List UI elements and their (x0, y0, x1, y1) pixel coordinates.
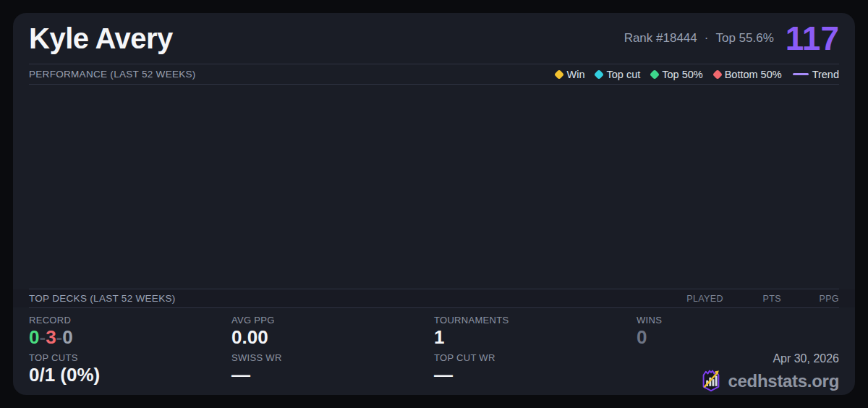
avg-ppg-value: 0.00 (231, 326, 434, 349)
record-wins: 0 (29, 326, 39, 348)
legend-item-bottom-50: Bottom 50% (714, 69, 782, 80)
performance-chart (13, 85, 855, 289)
legend-label: Bottom 50% (725, 69, 782, 80)
column-header-played: PLAYED (665, 294, 723, 304)
performance-section-title: PERFORMANCE (LAST 52 WEEKS) (29, 69, 196, 80)
legend-item-win: Win (556, 69, 584, 80)
legend-item-trend: Trend (793, 69, 839, 80)
brand[interactable]: cedhstats.org (637, 367, 839, 395)
record-draws: 0 (62, 326, 72, 348)
top-cut-wr-value: — (434, 364, 637, 386)
legend-label: Win (566, 69, 584, 80)
avg-ppg-label: AVG PPG (231, 315, 434, 326)
tournaments-value: 1 (434, 326, 637, 349)
record-losses: 3 (46, 326, 56, 348)
swiss-wr-label: SWISS WR (231, 352, 434, 364)
column-header-ppg: PPG (781, 294, 839, 304)
top-cuts-label: TOP CUTS (29, 352, 231, 364)
stats-grid: RECORD 0-3-0 TOP CUTS 0/1 (0%) AVG PPG 0… (13, 308, 855, 395)
brand-name[interactable]: cedhstats.org (728, 371, 839, 391)
stats-column-4: WINS 0 Apr 30, 2026 (637, 315, 839, 395)
column-header-pts: PTS (723, 294, 781, 304)
top-percent-label: Top 55.6% (715, 31, 773, 46)
score-badge: 117 (786, 22, 839, 55)
player-stats-card: Kyle Avery Rank #18444 · Top 55.6% 117 P… (13, 13, 855, 395)
bottom-50-dot-icon (712, 69, 723, 79)
trend-line-icon (793, 73, 809, 75)
performance-header: PERFORMANCE (LAST 52 WEEKS) Win Top cut … (13, 64, 855, 84)
stats-column-3: TOURNAMENTS 1 TOP CUT WR — (434, 315, 637, 395)
record-separator: - (56, 326, 63, 348)
record-label: RECORD (29, 315, 231, 326)
record-separator: - (39, 326, 46, 348)
wins-value: 0 (637, 326, 839, 349)
legend-label: Top 50% (662, 69, 702, 80)
swiss-wr-value: — (231, 364, 434, 386)
win-dot-icon (554, 69, 564, 79)
chart-legend: Win Top cut Top 50% Bottom 50% Trend (556, 69, 839, 80)
player-name: Kyle Avery (29, 22, 624, 55)
legend-item-top-50: Top 50% (651, 69, 702, 80)
wins-label: WINS (637, 315, 839, 326)
top-cut-wr-label: TOP CUT WR (434, 352, 637, 364)
top-50-dot-icon (650, 69, 660, 79)
top-decks-header: TOP DECKS (LAST 52 WEEKS) PLAYED PTS PPG (13, 289, 855, 307)
legend-label: Trend (812, 69, 839, 80)
rank-line: Rank #18444 · Top 55.6% (624, 31, 774, 46)
header: Kyle Avery Rank #18444 · Top 55.6% 117 (13, 13, 855, 64)
stats-column-2: AVG PPG 0.00 SWISS WR — (231, 315, 434, 395)
stats-column-1: RECORD 0-3-0 TOP CUTS 0/1 (0%) (29, 315, 231, 395)
top-decks-columns: PLAYED PTS PPG (665, 294, 839, 304)
tournaments-label: TOURNAMENTS (434, 315, 637, 326)
bar-chart-shield-logo-icon (699, 367, 723, 395)
footer-date: Apr 30, 2026 (637, 352, 839, 365)
dot-separator: · (705, 31, 709, 46)
rank-label: Rank #18444 (624, 31, 697, 46)
top-cut-dot-icon (594, 69, 604, 79)
top-decks-section-title: TOP DECKS (LAST 52 WEEKS) (29, 293, 176, 304)
record-value: 0-3-0 (29, 326, 231, 349)
legend-item-top-cut: Top cut (595, 69, 640, 80)
footer: Apr 30, 2026 cedhstats.org (637, 352, 839, 395)
top-cuts-value: 0/1 (0%) (29, 364, 231, 386)
legend-label: Top cut (606, 69, 640, 80)
header-right: Rank #18444 · Top 55.6% 117 (624, 22, 839, 55)
